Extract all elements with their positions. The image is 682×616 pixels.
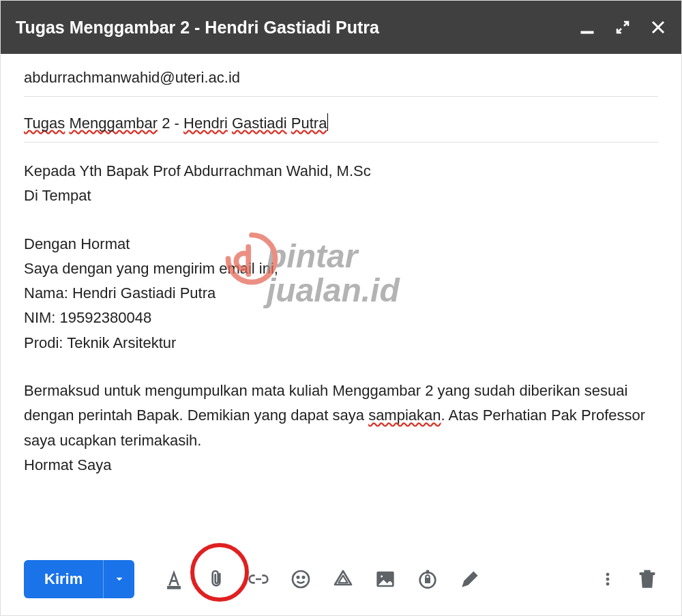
svg-point-12: [606, 583, 609, 585]
minimize-icon[interactable]: [579, 19, 595, 35]
confidential-icon[interactable]: [417, 568, 439, 590]
body-line: Prodi: Teknik Arsitektur: [24, 331, 658, 355]
compose-title: Tugas Menggambar 2 - Hendri Gastiadi Put…: [16, 18, 579, 38]
recipient-chip[interactable]: abdurrachmanwahid@uteri.ac.id: [24, 69, 240, 86]
fullscreen-icon[interactable]: [614, 19, 631, 35]
close-icon[interactable]: [650, 19, 666, 35]
svg-point-3: [297, 576, 299, 578]
subject-word: Putra: [291, 115, 327, 132]
send-button[interactable]: Kirim: [24, 560, 103, 598]
link-icon[interactable]: [248, 568, 269, 590]
pen-icon[interactable]: [459, 568, 481, 590]
body-line: Dengan Hormat: [24, 232, 658, 256]
body-line: Di Tempat: [24, 184, 658, 208]
compose-titlebar: Tugas Menggambar 2 - Hendri Gastiadi Put…: [1, 1, 681, 54]
svg-rect-14: [644, 570, 650, 572]
subject-word: 2: [162, 115, 170, 132]
svg-point-10: [606, 573, 609, 576]
format-toolbar: [163, 568, 481, 590]
misspelled-word: sampiakan: [368, 407, 441, 424]
emoji-icon[interactable]: [290, 568, 312, 590]
subject-field[interactable]: Tugas Menggambar 2 - Hendri Gastiadi Put…: [24, 97, 658, 143]
image-icon[interactable]: [374, 568, 396, 590]
send-options-button[interactable]: [103, 560, 134, 598]
svg-rect-0: [581, 31, 593, 33]
recipients-field[interactable]: abdurrachmanwahid@uteri.ac.id: [24, 54, 658, 97]
titlebar-actions: [579, 19, 666, 35]
subject-word: Menggambar: [69, 115, 158, 132]
body-line: Kepada Yth Bapak Prof Abdurrachman Wahid…: [24, 159, 658, 184]
svg-point-6: [381, 575, 383, 578]
subject-word: Hendri: [183, 115, 228, 132]
svg-rect-9: [427, 570, 429, 573]
message-body[interactable]: Kepada Yth Bapak Prof Abdurrachman Wahid…: [24, 143, 658, 550]
compose-window: Tugas Menggambar 2 - Hendri Gastiadi Put…: [0, 0, 682, 616]
body-paragraph: Bermaksud untuk mengumpulkan mata kuliah…: [24, 379, 658, 453]
compose-content: abdurrachmanwahid@uteri.ac.id Tugas Meng…: [1, 54, 681, 550]
svg-point-2: [293, 571, 309, 587]
body-line: NIM: 19592380048: [24, 306, 658, 330]
drive-icon[interactable]: [332, 568, 354, 590]
body-line: Hormat Saya: [24, 453, 658, 478]
svg-rect-8: [426, 578, 430, 583]
svg-rect-1: [168, 587, 181, 589]
caret-down-icon: [113, 573, 125, 585]
subject-word: Tugas: [24, 115, 65, 132]
toolbar-right: [599, 568, 658, 590]
text-caret: [327, 113, 328, 131]
more-icon[interactable]: [599, 571, 616, 587]
svg-point-4: [302, 576, 305, 578]
compose-toolbar: Kirim: [1, 550, 681, 615]
send-button-group: Kirim: [24, 560, 134, 598]
body-line: Nama: Hendri Gastiadi Putra: [24, 281, 658, 306]
body-line: Saya dengan yang mengirim email ini,: [24, 256, 658, 281]
attach-icon[interactable]: [205, 568, 227, 590]
trash-icon[interactable]: [636, 568, 658, 590]
formatting-icon[interactable]: [163, 568, 185, 590]
svg-point-11: [606, 578, 609, 581]
subject-word: Gastiadi: [232, 115, 287, 132]
